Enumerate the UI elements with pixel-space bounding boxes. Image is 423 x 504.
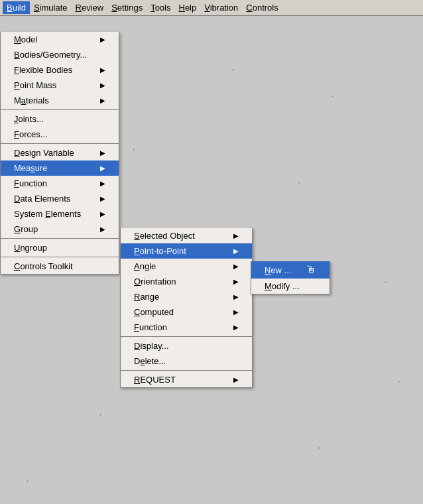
cursor-icon: 🖱 [306,264,316,276]
ptp-item-new[interactable]: New ... 🖱 [251,261,330,279]
menu-item-ungroup[interactable]: Ungroup [1,240,119,255]
menu-review[interactable]: Review [72,1,108,14]
measure-item-range[interactable]: Range▶ [121,289,252,304]
menu-item-systemelements[interactable]: System Elements▶ [1,206,119,221]
menu-item-designvar[interactable]: Design Variable▶ [1,145,119,160]
measure-item-request[interactable]: REQUEST▶ [121,372,252,387]
measure-item-function[interactable]: Function▶ [121,320,252,335]
build-dropdown: Model▶ Bodies/Geometry... Flexible Bodie… [0,32,119,275]
measure-item-computed[interactable]: Computed▶ [121,304,252,320]
measure-item-display[interactable]: Display... [121,338,252,353]
menubar: Build Simulate Review Settings Tools Hel… [0,0,423,16]
measure-separator-1 [121,336,252,337]
menu-item-measure[interactable]: Measure▶ [1,160,119,176]
menu-item-materials[interactable]: Materials▶ [1,93,119,108]
menu-item-forces[interactable]: Forces... [1,127,119,142]
measure-item-selectedobj[interactable]: Selected Object▶ [121,228,252,243]
measure-item-orientation[interactable]: Orientation▶ [121,274,252,289]
menu-item-function[interactable]: Function▶ [1,176,119,191]
ptp-item-modify[interactable]: Modify ... [251,279,330,294]
menu-simulate[interactable]: Simulate [30,1,72,14]
separator-2 [1,143,119,144]
measure-item-delete[interactable]: Delete... [121,353,252,369]
menu-build[interactable]: Build [3,1,30,14]
menu-item-group[interactable]: Group▶ [1,221,119,237]
menu-item-bodies[interactable]: Bodies/Geometry... [1,47,119,62]
menu-item-pointmass[interactable]: Point Mass▶ [1,78,119,93]
measure-item-ptp[interactable]: Point-to-Point▶ [121,243,252,259]
menu-item-flexible[interactable]: Flexible Bodies▶ [1,62,119,78]
separator-3 [1,238,119,239]
separator-1 [1,109,119,110]
measure-item-angle[interactable]: Angle▶ [121,259,252,274]
menu-tools[interactable]: Tools [147,1,174,14]
measure-separator-2 [121,370,252,371]
menu-item-dataelements[interactable]: Data Elements▶ [1,191,119,206]
menu-item-model[interactable]: Model▶ [1,32,119,47]
menu-controls[interactable]: Controls [242,1,282,14]
menu-help[interactable]: Help [175,1,201,14]
separator-4 [1,257,119,257]
main-content: Model▶ Bodies/Geometry... Flexible Bodie… [0,16,423,504]
menu-settings[interactable]: Settings [107,1,147,14]
menu-item-controls-toolkit[interactable]: Controls Toolkit [1,259,119,274]
measure-dropdown: Selected Object▶ Point-to-Point▶ Angle▶ … [120,228,253,388]
menu-item-joints[interactable]: Joints... [1,111,119,127]
menu-vibration[interactable]: Vibration [200,1,242,14]
ptp-dropdown: New ... 🖱 Modify ... [251,261,330,294]
